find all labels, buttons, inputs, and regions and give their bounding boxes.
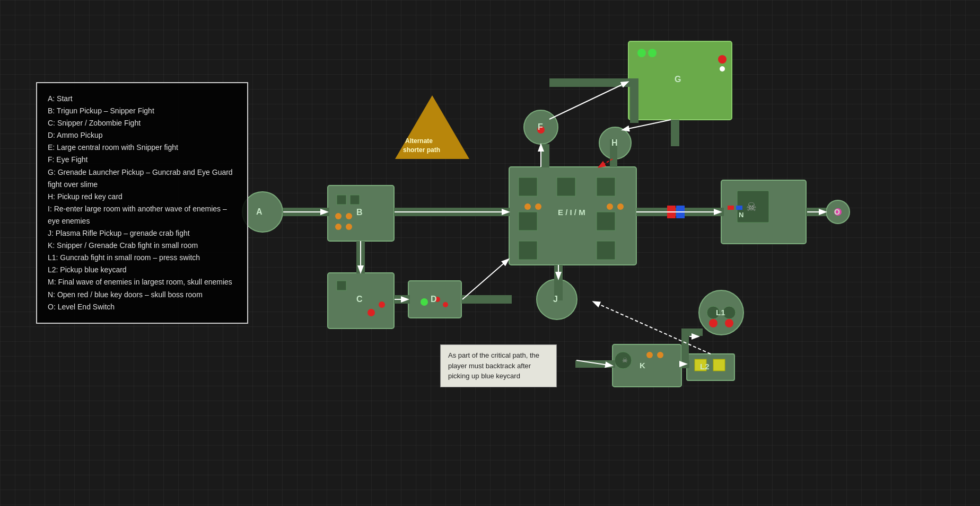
svg-rect-61 xyxy=(461,295,512,304)
svg-point-0 xyxy=(242,192,283,232)
svg-rect-1 xyxy=(328,185,394,241)
svg-point-34 xyxy=(720,66,725,72)
svg-text:O: O xyxy=(834,208,840,216)
svg-rect-30 xyxy=(628,41,732,120)
svg-rect-2 xyxy=(337,195,346,205)
svg-rect-66 xyxy=(671,120,679,146)
svg-rect-17 xyxy=(519,177,537,196)
svg-text:F: F xyxy=(538,122,543,131)
svg-rect-23 xyxy=(597,241,615,260)
svg-line-82 xyxy=(549,82,627,119)
svg-point-33 xyxy=(718,55,727,64)
svg-rect-63 xyxy=(549,78,630,87)
svg-rect-72 xyxy=(636,208,724,216)
svg-text:G: G xyxy=(675,75,681,84)
svg-point-26 xyxy=(607,203,613,210)
svg-rect-8 xyxy=(328,273,394,329)
svg-line-80 xyxy=(462,260,508,299)
legend-item-a: A: Start xyxy=(48,93,237,105)
backtrack-annotation: As part of the critical path, the player… xyxy=(440,344,557,387)
svg-point-15 xyxy=(443,302,448,307)
legend-item-i: I: Re-enter large room with another wave… xyxy=(48,203,237,227)
svg-rect-75 xyxy=(806,208,826,216)
svg-point-5 xyxy=(346,213,352,219)
svg-rect-65 xyxy=(610,139,617,167)
svg-text:Alternate: Alternate xyxy=(405,137,433,145)
svg-rect-3 xyxy=(350,195,360,205)
svg-point-43 xyxy=(707,306,720,319)
legend-box: A: Start B: Trigun Pickup – Snipper Figh… xyxy=(36,82,248,324)
legend-item-g: G: Grenade Launcher Pickup – Guncrab and… xyxy=(48,166,237,191)
svg-point-44 xyxy=(723,306,736,319)
legend-item-l2: L2: Pickup blue keycard xyxy=(48,264,237,276)
svg-point-41 xyxy=(657,352,663,358)
svg-rect-57 xyxy=(283,208,329,216)
svg-rect-48 xyxy=(695,359,706,371)
legend-item-d: D: Ammo Pickup xyxy=(48,129,237,141)
legend-item-f: F: Eye Fight xyxy=(48,154,237,166)
svg-rect-21 xyxy=(597,212,615,230)
svg-point-45 xyxy=(709,319,718,327)
svg-rect-20 xyxy=(519,212,537,230)
svg-point-4 xyxy=(335,213,342,219)
svg-point-6 xyxy=(335,224,342,230)
svg-rect-73 xyxy=(667,206,676,218)
svg-rect-74 xyxy=(676,206,685,218)
svg-point-42 xyxy=(699,290,743,335)
svg-point-7 xyxy=(346,224,352,230)
svg-rect-60 xyxy=(394,295,410,304)
svg-text:C: C xyxy=(356,295,363,304)
legend-item-o: O: Level End Switch xyxy=(48,301,237,313)
legend-item-e: E: Large central room with Snipper fight xyxy=(48,141,237,154)
svg-point-11 xyxy=(379,301,385,308)
legend-item-k: K: Snipper / Grenade Crab fight in small… xyxy=(48,239,237,252)
svg-text:A: A xyxy=(256,207,262,216)
svg-rect-71 xyxy=(681,329,689,368)
svg-point-31 xyxy=(637,49,646,57)
svg-point-40 xyxy=(646,352,653,358)
svg-text:N: N xyxy=(739,211,743,219)
svg-text:D: D xyxy=(431,295,437,304)
svg-rect-22 xyxy=(519,241,537,260)
svg-text:E / I / M: E / I / M xyxy=(558,208,585,217)
svg-line-83 xyxy=(623,120,671,130)
svg-point-55 xyxy=(826,200,850,224)
svg-rect-51 xyxy=(737,191,769,223)
svg-rect-19 xyxy=(597,177,615,196)
svg-point-46 xyxy=(725,319,733,327)
svg-point-10 xyxy=(368,309,375,316)
svg-point-14 xyxy=(435,297,440,302)
svg-rect-53 xyxy=(728,206,734,210)
svg-rect-16 xyxy=(509,167,636,265)
svg-rect-9 xyxy=(337,281,346,290)
svg-point-29 xyxy=(537,126,545,134)
svg-point-28 xyxy=(524,110,558,144)
svg-text:L1: L1 xyxy=(716,308,725,317)
svg-rect-70 xyxy=(681,329,703,336)
svg-text:☠: ☠ xyxy=(746,200,757,214)
svg-text:B: B xyxy=(356,208,363,217)
svg-rect-12 xyxy=(408,281,461,318)
legend-item-n: N: Open red / blue key doors – skull bos… xyxy=(48,289,237,301)
svg-text:L2: L2 xyxy=(700,362,710,371)
svg-rect-68 xyxy=(575,360,615,368)
svg-rect-58 xyxy=(394,208,510,216)
svg-rect-59 xyxy=(356,241,365,273)
svg-text:K: K xyxy=(640,361,645,370)
svg-text:shorter path: shorter path xyxy=(403,146,440,154)
legend-item-b: B: Trigun Pickup – Snipper Fight xyxy=(48,105,237,117)
svg-rect-50 xyxy=(721,180,806,244)
svg-point-13 xyxy=(421,298,428,306)
legend-item-h: H: Pickup red key card xyxy=(48,191,237,203)
svg-line-84 xyxy=(599,159,612,167)
svg-rect-18 xyxy=(557,177,575,196)
svg-point-38 xyxy=(615,352,632,369)
legend-item-j: J: Plasma Rifle Pickup – grenade crab fi… xyxy=(48,227,237,239)
svg-point-35 xyxy=(599,127,631,159)
svg-line-89 xyxy=(594,302,711,354)
svg-rect-47 xyxy=(687,354,734,380)
svg-rect-49 xyxy=(713,359,725,371)
svg-point-24 xyxy=(524,203,531,210)
svg-marker-106 xyxy=(395,95,469,159)
legend-item-l1: L1: Guncrab fight in small room – press … xyxy=(48,252,237,264)
